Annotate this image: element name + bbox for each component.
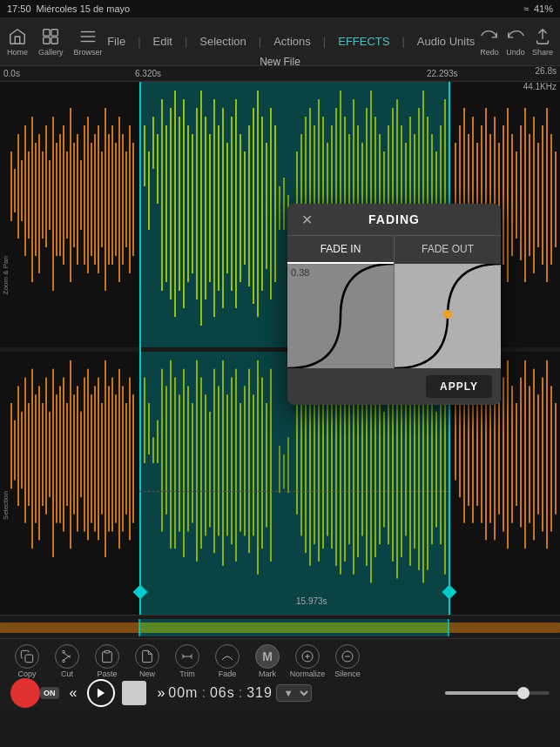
zoom-pan-label: Zoom & Pan: [2, 256, 10, 294]
svg-rect-162: [101, 403, 103, 515]
menu-effects[interactable]: EFFECTS: [334, 33, 393, 50]
svg-rect-131: [537, 143, 539, 247]
svg-rect-129: [529, 134, 530, 256]
status-day: Miércoles 15 de mayo: [37, 3, 131, 14]
on-badge: ON: [40, 687, 59, 699]
svg-rect-263: [555, 403, 557, 515]
tool-trim[interactable]: Trim: [169, 644, 206, 678]
svg-rect-130: [533, 117, 535, 273]
mini-waveform-svg: [0, 616, 560, 639]
redo-button[interactable]: Redo: [480, 27, 499, 57]
nav-menu: File | Edit | Selection | Actions | EFFE…: [104, 33, 478, 50]
svg-rect-161: [98, 378, 99, 541]
tool-normalize[interactable]: Normalize: [289, 644, 326, 678]
svg-rect-42: [132, 143, 134, 256]
nav-browser[interactable]: Browser: [74, 27, 103, 57]
tool-mark[interactable]: M Mark: [249, 644, 286, 678]
svg-rect-27: [80, 160, 82, 230]
menu-actions[interactable]: Actions: [270, 33, 314, 50]
tool-paste[interactable]: Paste: [89, 644, 125, 678]
volume-thumb[interactable]: [517, 687, 530, 699]
svg-rect-262: [550, 386, 552, 531]
menu-edit[interactable]: Edit: [150, 33, 176, 50]
play-button[interactable]: [87, 679, 115, 707]
mini-waveform: [0, 615, 560, 639]
svg-rect-167: [118, 369, 120, 549]
svg-rect-133: [546, 108, 548, 282]
svg-rect-157: [84, 378, 85, 532]
svg-rect-140: [24, 378, 26, 523]
silence-icon: [335, 644, 360, 669]
svg-rect-149: [56, 394, 57, 523]
new-icon: [135, 644, 159, 669]
svg-rect-252: [507, 360, 509, 548]
svg-rect-125: [511, 134, 513, 256]
fading-title-bar: ✕ FADING: [287, 204, 501, 235]
volume-slider[interactable]: [319, 691, 550, 695]
svg-rect-273: [105, 650, 109, 653]
tool-silence[interactable]: Silence: [329, 644, 366, 678]
svg-rect-160: [94, 386, 96, 531]
fade-in-tab[interactable]: FADE IN: [287, 236, 394, 264]
svg-rect-147: [49, 412, 51, 497]
fade-out-tab[interactable]: FADE OUT: [395, 236, 501, 264]
nav-home[interactable]: Home: [7, 27, 28, 57]
curve-left: 0.38: [287, 264, 394, 368]
stop-button[interactable]: [122, 681, 146, 705]
tool-cut[interactable]: Cut: [49, 644, 85, 678]
menu-file[interactable]: File: [104, 33, 129, 50]
share-button[interactable]: Share: [532, 27, 553, 57]
rewind-button[interactable]: «: [66, 683, 81, 703]
svg-rect-258: [533, 369, 535, 541]
nav-gallery[interactable]: Gallery: [38, 27, 64, 57]
svg-rect-170: [129, 378, 131, 541]
apply-button[interactable]: APPLY: [426, 375, 492, 398]
svg-rect-137: [14, 421, 16, 481]
time-minutes: 00m: [168, 685, 198, 701]
curve-left-svg: [287, 264, 394, 368]
tool-copy[interactable]: Copy: [9, 644, 45, 678]
svg-rect-250: [498, 394, 500, 515]
fading-dialog: ✕ FADING FADE IN FADE OUT 0.38: [287, 204, 501, 405]
svg-rect-10: [21, 160, 23, 221]
tool-fade[interactable]: Fade: [209, 644, 246, 678]
svg-rect-15: [38, 134, 40, 273]
menu-selection[interactable]: Selection: [196, 33, 249, 50]
battery-status: 41%: [534, 3, 553, 14]
svg-rect-168: [122, 386, 124, 531]
svg-rect-126: [516, 151, 517, 239]
svg-rect-144: [38, 386, 40, 540]
svg-rect-18: [49, 160, 51, 230]
svg-rect-143: [35, 394, 37, 523]
svg-rect-2: [44, 37, 50, 43]
svg-rect-28: [84, 125, 85, 265]
svg-rect-257: [529, 386, 530, 522]
svg-rect-31: [94, 134, 96, 265]
svg-rect-12: [28, 151, 30, 239]
svg-rect-255: [520, 378, 522, 528]
time-dropdown[interactable]: ▼: [276, 684, 312, 702]
curve-right: [395, 264, 501, 368]
svg-rect-138: [17, 386, 19, 506]
menu-audio-units[interactable]: Audio Units: [414, 33, 478, 50]
svg-rect-39: [122, 134, 124, 265]
svg-rect-123: [503, 125, 504, 265]
svg-rect-35: [108, 134, 110, 265]
nav-gallery-label: Gallery: [38, 48, 64, 57]
tool-new[interactable]: New: [129, 644, 165, 678]
svg-rect-132: [542, 125, 543, 265]
svg-rect-148: [52, 369, 54, 557]
svg-rect-29: [87, 117, 89, 273]
undo-button[interactable]: Undo: [506, 27, 525, 57]
svg-rect-146: [45, 378, 47, 515]
fast-forward-button[interactable]: »: [153, 683, 168, 703]
fading-close-button[interactable]: ✕: [298, 211, 315, 228]
record-button[interactable]: [10, 678, 40, 708]
fade-icon: [215, 644, 240, 669]
paste-icon: [95, 644, 119, 669]
time-ruler: 0.0s 6.320s 22.293s 26.8s 44.1KHz: [0, 66, 560, 82]
curve-dot[interactable]: [443, 310, 452, 319]
bottom-toolbar: Copy Cut Paste: [0, 639, 560, 709]
svg-rect-38: [118, 117, 120, 282]
svg-rect-128: [524, 108, 526, 282]
